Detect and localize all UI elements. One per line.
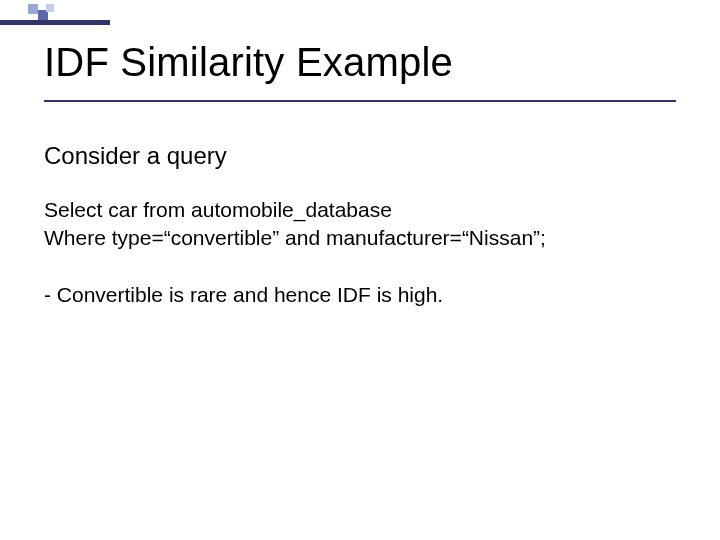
slide-title: IDF Similarity Example <box>44 40 680 85</box>
slide-body: Consider a query Select car from automob… <box>44 142 676 307</box>
deco-square-icon <box>46 4 54 12</box>
deco-bar <box>0 20 110 25</box>
title-underline <box>44 100 676 102</box>
lead-text: Consider a query <box>44 142 676 170</box>
slide: IDF Similarity Example Consider a query … <box>0 0 720 540</box>
note-text: - Convertible is rare and hence IDF is h… <box>44 283 676 307</box>
query-line: Where type=“convertible” and manufacture… <box>44 224 676 252</box>
deco-square-icon <box>28 4 38 14</box>
query-block: Select car from automobile_database Wher… <box>44 196 676 253</box>
query-line: Select car from automobile_database <box>44 196 676 224</box>
corner-decoration <box>0 0 110 28</box>
